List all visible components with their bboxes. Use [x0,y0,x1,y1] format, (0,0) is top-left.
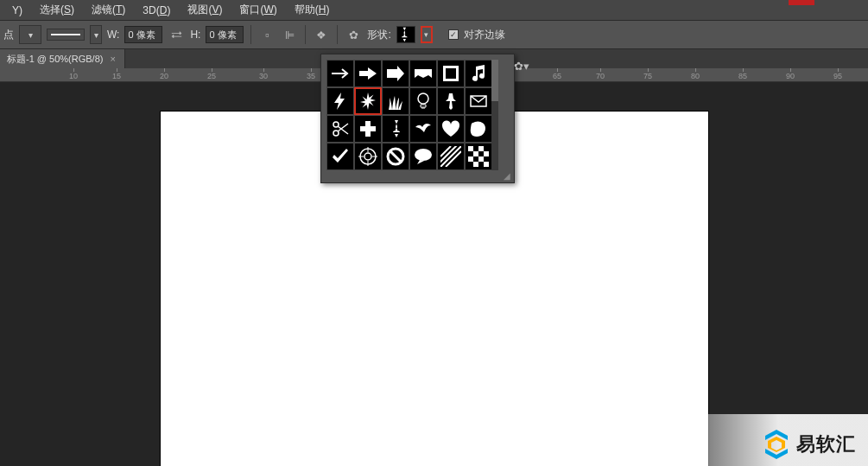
ruler-tick: 15 [112,72,121,80]
ruler-tick: 90 [786,72,795,80]
gear-icon[interactable]: ✿ [345,26,362,43]
shape-picker-panel: ✿▾ ◢ [320,54,515,183]
width-label: W: [107,29,119,41]
menu-view[interactable]: 视图(V) [179,0,231,20]
shape-arrow-thin-right[interactable] [326,60,354,87]
starburst-icon [358,91,378,112]
ruler-tick: 25 [207,72,216,80]
arrange-icon[interactable]: ❖ [313,26,330,43]
stroke-dropdown[interactable] [90,25,102,44]
watermark-text: 易软汇 [796,431,856,457]
shape-dropdown-button[interactable] [421,26,433,43]
heart-icon [440,118,461,139]
ruler-tick: 20 [160,72,168,80]
window-close-hint [789,0,814,5]
align-edges-checkbox[interactable]: ✓ [448,29,459,40]
arrow-block-right-icon [385,63,406,84]
target-icon [358,146,378,167]
divider [337,25,338,44]
shape-target[interactable] [354,143,382,170]
svg-point-6 [415,149,432,161]
pushpin-icon [440,91,461,112]
height-label: H: [190,29,200,41]
resize-grip-icon[interactable]: ◢ [504,171,510,181]
shape-preview[interactable] [396,26,415,43]
shape-lightning[interactable] [326,87,354,115]
shape-checkmark[interactable] [326,143,354,170]
document-tab[interactable]: 标题-1 @ 50%(RGB/8) × [0,49,125,68]
music-note-icon [468,63,489,84]
options-bar: 点 W: ⮂ H: ▫ ⊫ ❖ ✿ 形状: ✓ 对齐边缘 [0,21,868,49]
shape-label: 形状: [367,28,390,42]
ruler-tick: 70 [596,72,605,80]
arrow-thin-right-icon [330,63,351,84]
shape-speech-bubble[interactable] [409,143,437,170]
diagonal-stripes-icon [440,146,461,167]
panel-menu-icon[interactable]: ✿▾ [514,60,529,73]
shape-blob[interactable] [465,115,492,143]
frame-icon [440,63,461,84]
plus-icon [358,118,378,139]
ruler-tick: 75 [643,72,652,80]
ruler-tick: 65 [553,72,561,80]
birds-icon [413,118,434,139]
fleur-de-lis-icon [385,118,406,139]
shape-grid [326,60,492,170]
svg-point-0 [418,93,428,104]
shape-frame[interactable] [437,60,465,87]
shape-starburst[interactable] [354,87,382,115]
shape-heart[interactable] [437,115,465,143]
checkmark-icon [330,146,351,167]
width-input[interactable] [124,26,162,43]
fleur-icon [397,26,415,43]
shape-no-sign[interactable] [382,143,409,170]
scissors-icon [330,118,351,139]
align-edges-label: 对齐边缘 [464,28,505,42]
menu-select[interactable]: 选择(S) [31,0,83,20]
menu-3d[interactable]: 3D(D) [134,2,179,19]
link-icon[interactable]: ⮂ [168,26,185,43]
divider [250,25,251,44]
shape-scissors[interactable] [326,115,354,143]
ruler-tick: 85 [738,72,747,80]
mode-dropdown[interactable] [19,25,41,44]
svg-point-4 [364,153,371,160]
no-sign-icon [385,146,406,167]
envelope-icon [468,91,489,112]
shape-grass[interactable] [382,87,409,115]
blob-icon [468,118,489,139]
shape-envelope[interactable] [465,87,492,115]
shape-arrow-block-right[interactable] [382,60,409,87]
shape-lightbulb[interactable] [409,87,437,115]
menu-window[interactable]: 窗口(W) [231,0,285,20]
divider [305,25,306,44]
shape-pushpin[interactable] [437,87,465,115]
height-input[interactable] [206,26,244,43]
ruler-tick: 80 [691,72,700,80]
shape-plus[interactable] [354,115,382,143]
menu-y[interactable]: Y) [3,2,31,19]
scrollbar-thumb[interactable] [491,60,498,101]
shape-music-note[interactable] [465,60,492,87]
ruler-tick: 35 [307,72,315,80]
menu-help[interactable]: 帮助(H) [286,0,339,20]
shape-fleur-de-lis[interactable] [382,115,409,143]
watermark-logo-icon [763,430,789,459]
shape-birds[interactable] [409,115,437,143]
grass-icon [385,91,406,112]
shape-arrow-right[interactable] [354,60,382,87]
lightning-icon [330,91,351,112]
close-icon[interactable]: × [110,54,115,64]
shape-banner[interactable] [409,60,437,87]
shape-checkerboard[interactable] [465,143,492,170]
menu-filter[interactable]: 滤镜(T) [83,0,134,20]
align-icon[interactable]: ⊫ [281,26,298,43]
shape-diagonal-stripes[interactable] [437,143,465,170]
checkerboard-icon [468,146,489,167]
arrow-right-icon [358,63,378,84]
watermark: 易软汇 [763,430,856,459]
pathop-icon-1[interactable]: ▫ [258,26,276,43]
panel-scrollbar[interactable] [491,60,498,170]
stroke-preview[interactable] [47,29,85,41]
ruler-tick: 95 [833,72,842,80]
